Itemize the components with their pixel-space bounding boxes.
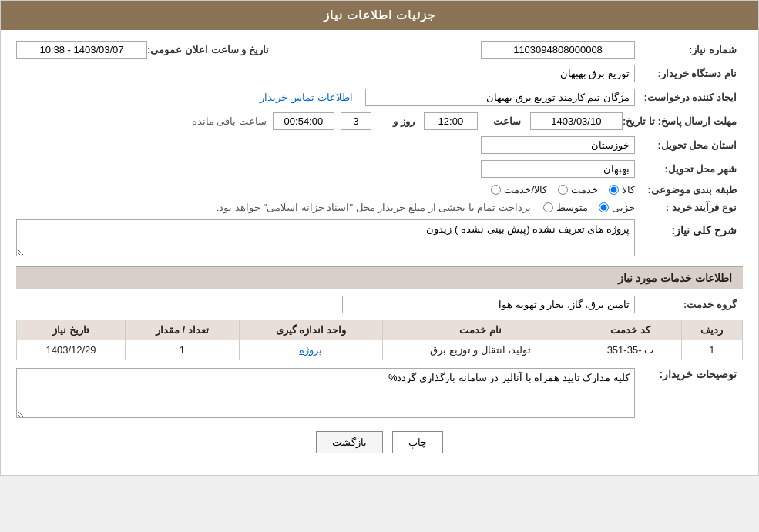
response-days-input[interactable]: [341, 112, 371, 130]
contact-link[interactable]: اطلاعات تماس خریدار: [260, 92, 353, 103]
response-time-input[interactable]: [424, 112, 478, 130]
radio-goods-service-label: کالا/خدمت: [504, 184, 547, 196]
row-purchase-type: نوع فرآیند خرید : متوسط جزیی پرداخت تمام…: [16, 202, 743, 213]
remaining-label: ساعت باقی مانده: [192, 115, 267, 127]
radio-goods-item: کالا: [609, 184, 635, 196]
row-need-number: شماره نیاز: تاریخ و ساعت اعلان عمومی:: [16, 41, 743, 59]
city-input[interactable]: [481, 160, 635, 178]
row-city: شهر محل تحویل:: [16, 160, 743, 178]
cell-date: 1403/12/29: [17, 340, 126, 360]
buyer-notes-textarea[interactable]: [16, 368, 635, 418]
purchase-type-radio-group: متوسط جزیی: [543, 202, 635, 213]
table-header-row: ردیف کد خدمت نام خدمت واحد اندازه گیری ت…: [17, 320, 743, 340]
col-service-code: کد خدمت: [579, 320, 681, 340]
content-area: شماره نیاز: تاریخ و ساعت اعلان عمومی: نا…: [1, 30, 758, 475]
buyer-notes-container: [16, 368, 635, 420]
row-deadline: مهلت ارسال پاسخ: تا تاریخ: ساعت روز و سا…: [16, 112, 743, 130]
radio-service-label: خدمت: [571, 184, 598, 196]
category-label: طبقه بندی موضوعی:: [635, 184, 743, 196]
page-wrapper: جزئیات اطلاعات نیاز شماره نیاز: تاریخ و …: [0, 0, 759, 476]
col-service-name: نام خدمت: [382, 320, 579, 340]
remaining-time-input[interactable]: [273, 112, 334, 130]
radio-medium[interactable]: [543, 202, 553, 212]
service-group-input[interactable]: [342, 296, 635, 313]
row-category: طبقه بندی موضوعی: کالا/خدمت خدمت کالا: [16, 184, 743, 196]
radio-service[interactable]: [558, 185, 568, 195]
cell-row-num: 1: [681, 340, 742, 360]
header-title: جزئیات اطلاعات نیاز: [324, 8, 435, 22]
date-input[interactable]: [16, 41, 147, 59]
service-info-header: اطلاعات خدمات مورد نیاز: [16, 266, 743, 289]
response-time-label: ساعت: [478, 115, 524, 127]
category-radio-group: کالا/خدمت خدمت کالا: [491, 184, 635, 196]
radio-partial[interactable]: [599, 202, 609, 212]
cell-service-name: تولید، انتقال و توزیع برق: [382, 340, 579, 360]
purchase-type-label: نوع فرآیند خرید :: [635, 202, 743, 213]
radio-medium-item: متوسط: [543, 202, 588, 213]
radio-partial-label: جزیی: [612, 202, 635, 213]
general-desc-textarea[interactable]: [16, 219, 635, 256]
print-button[interactable]: چاپ: [392, 431, 443, 453]
date-label: تاریخ و ساعت اعلان عمومی:: [147, 44, 275, 55]
col-quantity: تعداد / مقدار: [126, 320, 240, 340]
row-province: استان محل تحویل:: [16, 136, 743, 154]
buyer-station-input[interactable]: [327, 65, 635, 82]
radio-goods-service-item: کالا/خدمت: [491, 184, 547, 196]
radio-partial-item: جزیی: [599, 202, 635, 213]
table-row: 1 ت -35-351 تولید، انتقال و توزیع برق پر…: [17, 340, 743, 360]
back-button[interactable]: بازگشت: [316, 431, 383, 453]
service-group-label: گروه خدمت:: [635, 299, 743, 310]
service-table: ردیف کد خدمت نام خدمت واحد اندازه گیری ت…: [16, 320, 743, 360]
province-input[interactable]: [481, 136, 635, 154]
creator-input[interactable]: [365, 89, 635, 106]
col-row-num: ردیف: [681, 320, 742, 340]
cell-unit: پروژه: [239, 340, 382, 360]
response-day-label: روز و: [371, 115, 418, 127]
buyer-station-label: نام دستگاه خریدار:: [635, 68, 743, 79]
city-label: شهر محل تحویل:: [635, 163, 743, 175]
col-unit: واحد اندازه گیری: [239, 320, 382, 340]
response-date-input[interactable]: [530, 112, 623, 130]
radio-goods[interactable]: [609, 185, 619, 195]
row-buyer-notes: توصیحات خریدار:: [16, 368, 743, 420]
cell-quantity: 1: [126, 340, 240, 360]
row-general-desc: شرح کلی نیاز:: [16, 219, 743, 259]
need-number-label: شماره نیاز:: [635, 44, 743, 55]
row-service-group: گروه خدمت:: [16, 296, 743, 313]
radio-goods-label: کالا: [622, 184, 635, 196]
radio-medium-label: متوسط: [556, 202, 588, 213]
need-number-input[interactable]: [481, 41, 635, 59]
radio-service-item: خدمت: [558, 184, 598, 196]
button-row: چاپ بازگشت: [16, 431, 743, 453]
purchase-note: پرداخت تمام یا بخشی از مبلغ خریداز محل "…: [217, 202, 531, 213]
row-creator: ایجاد کننده درخواست: اطلاعات تماس خریدار: [16, 89, 743, 106]
row-buyer-station: نام دستگاه خریدار:: [16, 65, 743, 82]
col-date: تاریخ نیاز: [17, 320, 126, 340]
province-label: استان محل تحویل:: [635, 139, 743, 151]
response-deadline-label: مهلت ارسال پاسخ: تا تاریخ:: [623, 115, 743, 127]
cell-service-code: ت -35-351: [579, 340, 681, 360]
radio-goods-service[interactable]: [491, 185, 501, 195]
page-header: جزئیات اطلاعات نیاز: [1, 1, 758, 30]
general-desc-container: [16, 219, 635, 259]
buyer-notes-label: توصیحات خریدار:: [635, 368, 743, 380]
general-desc-label: شرح کلی نیاز:: [635, 219, 743, 241]
creator-label: ایجاد کننده درخواست:: [635, 92, 743, 103]
